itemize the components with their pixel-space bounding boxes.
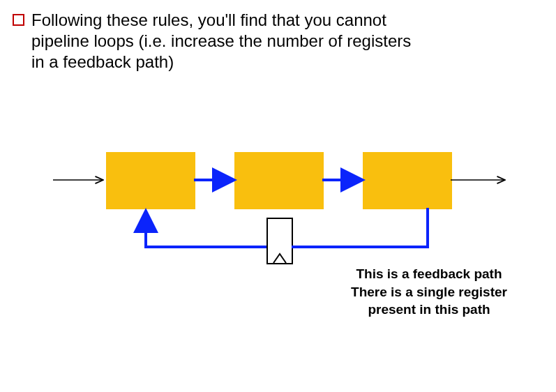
feedback-annotation: This is a feedback path There is a singl…: [328, 265, 530, 319]
diagram-area: This is a feedback path There is a singl…: [0, 0, 556, 392]
slide: Following these rules, you'll find that …: [0, 0, 556, 392]
annotation-line: present in this path: [328, 301, 530, 319]
processing-block-2: [234, 152, 324, 209]
annotation-line: This is a feedback path: [328, 265, 530, 283]
register-clock-icon: [268, 219, 292, 263]
processing-block-1: [106, 152, 195, 209]
processing-block-3: [363, 152, 452, 209]
register-block: [266, 218, 293, 264]
annotation-line: There is a single register: [328, 283, 530, 301]
